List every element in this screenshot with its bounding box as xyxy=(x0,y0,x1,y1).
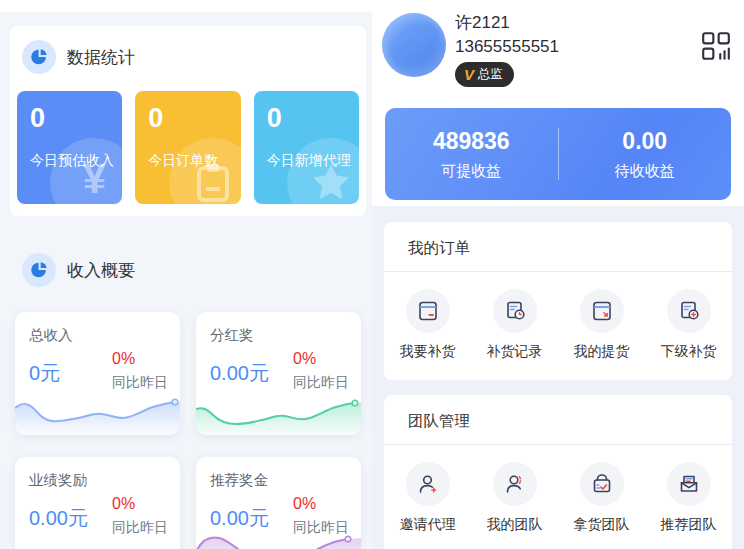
sparkline-purple xyxy=(196,524,361,549)
income-card-title: 总收入 xyxy=(29,326,73,345)
level-badge: V 总监 xyxy=(455,62,514,87)
income-card-compare-label: 同比昨日 xyxy=(112,374,168,392)
restock-doc-icon xyxy=(406,289,450,333)
sparkline-green xyxy=(196,393,361,435)
menu-item-label: 我的提货 xyxy=(574,343,630,361)
menu-item-restock-records[interactable]: 补货记录 xyxy=(471,289,558,361)
badge-v-icon: V xyxy=(464,66,474,83)
withdrawable-block[interactable]: 489836 可提收益 xyxy=(385,128,558,181)
income-section-title: 收入概要 xyxy=(67,259,135,282)
withdrawable-label: 可提收益 xyxy=(385,162,558,181)
income-card-total: 总收入 0元 0% 同比昨日 xyxy=(15,312,180,435)
menu-item-invite-agent[interactable]: 邀请代理 xyxy=(384,462,471,534)
income-card-percent: 0% xyxy=(293,350,349,368)
user-phone: 13655555551 xyxy=(455,37,559,57)
income-card-compare-label: 同比昨日 xyxy=(293,374,349,392)
sparkline-blue xyxy=(15,395,180,435)
income-card-performance: 业绩奖励 0.00元 0% 同比昨日 xyxy=(15,457,180,549)
income-card-title: 业绩奖励 xyxy=(29,471,87,490)
pie-chart-icon xyxy=(22,40,56,74)
income-card-percent: 0% xyxy=(293,495,349,513)
top-strip xyxy=(0,0,372,12)
left-column: 数据统计 0 今日预估收入 ¥ 0 今日订单数 0 xyxy=(0,0,372,549)
stat-card-estimated-income: 0 今日预估收入 ¥ xyxy=(17,91,122,204)
menu-item-restock[interactable]: 我要补货 xyxy=(384,289,471,361)
avatar[interactable] xyxy=(382,13,446,77)
stats-section-header: 数据统计 xyxy=(22,40,135,74)
clipboard-icon xyxy=(169,138,241,204)
star-icon xyxy=(287,138,359,204)
team-grid: 邀请代理 我的团队 xyxy=(384,445,732,534)
income-card-grid: 总收入 0元 0% 同比昨日 分红奖 0.00元 0% 同比昨日 xyxy=(15,312,361,549)
my-team-icon xyxy=(493,462,537,506)
team-panel-title: 团队管理 xyxy=(384,395,732,445)
yen-coin-icon: ¥ xyxy=(50,138,122,204)
referral-team-icon xyxy=(667,462,711,506)
goods-team-icon xyxy=(580,462,624,506)
income-card-value: 0.00元 xyxy=(210,360,269,387)
menu-item-referral-team[interactable]: 推荐团队 xyxy=(645,462,732,534)
pending-label: 待收收益 xyxy=(559,162,732,181)
pickup-doc-icon xyxy=(580,289,624,333)
income-card-percent: 0% xyxy=(112,495,168,513)
badge-label: 总监 xyxy=(478,66,503,83)
stat-value: 0 xyxy=(267,103,346,134)
income-card-referral: 推荐奖金 0.00元 0% 同比昨日 xyxy=(196,457,361,549)
restock-record-icon xyxy=(493,289,537,333)
orders-panel-title: 我的订单 xyxy=(384,222,732,272)
income-card-percent: 0% xyxy=(112,350,168,368)
menu-item-label: 下级补货 xyxy=(661,343,717,361)
menu-item-label: 拿货团队 xyxy=(574,516,630,534)
right-column: 许2121 13655555551 V 总监 489836 可提收益 0.00 … xyxy=(372,0,744,549)
stat-card-new-agents: 0 今日新增代理 xyxy=(254,91,359,204)
stat-card-order-count: 0 今日订单数 xyxy=(135,91,240,204)
orders-panel: 我的订单 我要补货 xyxy=(384,222,732,380)
wallet-card: 489836 可提收益 0.00 待收收益 xyxy=(385,108,731,200)
menu-item-sub-restock[interactable]: 下级补货 xyxy=(645,289,732,361)
dashboard-grid-icon[interactable] xyxy=(700,30,732,62)
income-card-title: 推荐奖金 xyxy=(210,471,268,490)
menu-item-label: 推荐团队 xyxy=(661,516,717,534)
stat-value: 0 xyxy=(148,103,227,134)
menu-item-goods-team[interactable]: 拿货团队 xyxy=(558,462,645,534)
pending-value: 0.00 xyxy=(559,128,732,155)
menu-item-my-pickup[interactable]: 我的提货 xyxy=(558,289,645,361)
menu-item-my-team[interactable]: 我的团队 xyxy=(471,462,558,534)
income-card-value: 0.00元 xyxy=(29,505,88,532)
team-panel: 团队管理 邀请代理 xyxy=(384,395,732,549)
income-card-value: 0元 xyxy=(29,360,60,387)
stat-value: 0 xyxy=(30,103,109,134)
user-name: 许2121 xyxy=(455,11,510,34)
menu-item-label: 我的团队 xyxy=(487,516,543,534)
income-card-dividend: 分红奖 0.00元 0% 同比昨日 xyxy=(196,312,361,435)
pending-block[interactable]: 0.00 待收收益 xyxy=(559,128,732,181)
menu-item-label: 补货记录 xyxy=(487,343,543,361)
sparkline-purple xyxy=(15,544,180,549)
income-card-compare-label: 同比昨日 xyxy=(112,519,168,537)
orders-grid: 我要补货 补货记录 xyxy=(384,272,732,361)
menu-item-label: 我要补货 xyxy=(400,343,456,361)
income-section-header: 收入概要 xyxy=(22,253,135,287)
sub-restock-icon xyxy=(667,289,711,333)
withdrawable-value: 489836 xyxy=(385,128,558,155)
income-card-title: 分红奖 xyxy=(210,326,254,345)
menu-item-label: 邀请代理 xyxy=(400,516,456,534)
pie-chart-icon xyxy=(22,253,56,287)
stats-panel: 数据统计 0 今日预估收入 ¥ 0 今日订单数 0 xyxy=(10,26,366,216)
stats-section-title: 数据统计 xyxy=(67,46,135,69)
stat-card-row: 0 今日预估收入 ¥ 0 今日订单数 0 今日新增代理 xyxy=(17,91,359,204)
invite-agent-icon xyxy=(406,462,450,506)
